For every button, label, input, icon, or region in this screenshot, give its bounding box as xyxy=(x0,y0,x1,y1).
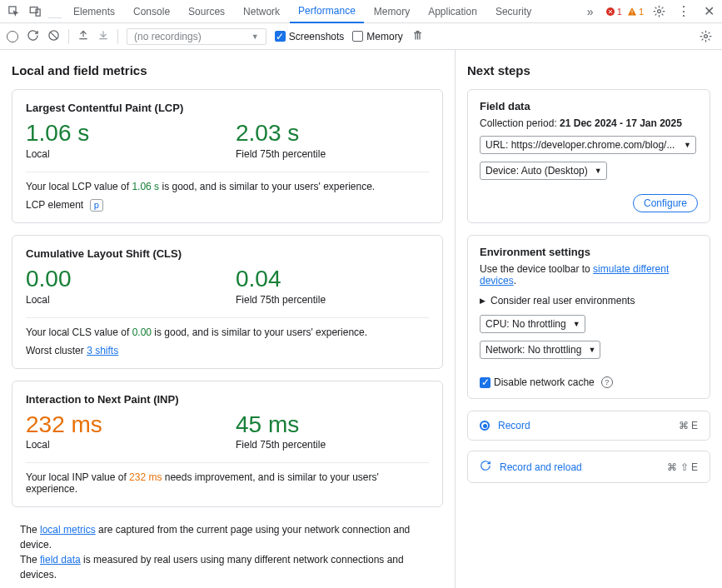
gc-icon[interactable] xyxy=(411,29,424,44)
inspect-icon[interactable] xyxy=(3,2,23,22)
cls-description: Your local CLS value of 0.00 is good, an… xyxy=(26,317,429,338)
cls-cluster-label: Worst cluster xyxy=(26,345,87,356)
url-select[interactable]: URL: https://developer.chrome.com/blog/.… xyxy=(480,136,696,154)
tab-application[interactable]: Application xyxy=(420,0,485,23)
download-icon[interactable] xyxy=(97,29,109,43)
memory-checkbox[interactable]: Memory xyxy=(352,31,402,42)
devtools-tabs: Elements Console Sources Network Perform… xyxy=(0,0,722,23)
svg-rect-5 xyxy=(631,13,632,14)
tab-security[interactable]: Security xyxy=(487,0,540,23)
environment-section: Environment settings Use the device tool… xyxy=(467,235,710,399)
svg-rect-10 xyxy=(415,33,416,40)
svg-rect-8 xyxy=(416,30,419,32)
svg-rect-12 xyxy=(419,33,420,40)
svg-rect-4 xyxy=(631,10,632,12)
reload-icon[interactable] xyxy=(27,29,39,44)
cls-cluster-row: Worst cluster 3 shifts xyxy=(26,345,429,356)
warning-badge[interactable]: 1 xyxy=(627,7,644,17)
panel-settings-icon[interactable] xyxy=(695,27,715,47)
performance-toolbar: (no recordings) ▼ ✓ Screenshots Memory xyxy=(0,23,722,50)
consider-environments-toggle[interactable]: ▶ Consider real user environments xyxy=(480,295,698,306)
tab-elements[interactable]: Elements xyxy=(65,0,123,23)
field-data-section: Field data Collection period: 21 Dec 202… xyxy=(467,89,710,223)
clear-icon[interactable] xyxy=(47,29,60,44)
record-reload-action[interactable]: Record and reload ⌘ ⇧ E xyxy=(467,451,710,483)
svg-rect-11 xyxy=(417,33,418,40)
lcp-field-value: 2.03 s xyxy=(236,121,429,147)
svg-point-6 xyxy=(657,10,660,13)
local-metrics-link[interactable]: local metrics xyxy=(40,524,96,536)
metrics-heading: Local and field metrics xyxy=(12,63,443,77)
environment-text: Use the device toolbar to simulate diffe… xyxy=(480,263,698,287)
cls-local-label: Local xyxy=(26,294,219,306)
main-content: Local and field metrics Largest Contentf… xyxy=(0,50,722,588)
record-reload-label: Record and reload xyxy=(500,461,659,473)
collection-period: Collection period: 21 Dec 2024 - 17 Jan … xyxy=(480,117,698,129)
record-reload-shortcut: ⌘ ⇧ E xyxy=(667,461,698,473)
cls-local-value: 0.00 xyxy=(26,267,219,292)
cls-field-value: 0.04 xyxy=(236,267,429,292)
metrics-column: Local and field metrics Largest Contentf… xyxy=(0,50,456,588)
tab-performance[interactable]: Performance xyxy=(290,0,364,23)
kebab-icon[interactable]: ⋮ xyxy=(674,2,694,22)
cls-card: Cumulative Layout Shift (CLS) 0.00 Local… xyxy=(12,235,443,369)
svg-point-13 xyxy=(704,35,707,38)
inp-local-label: Local xyxy=(26,439,219,451)
cpu-throttle-select[interactable]: CPU: No throttling▼ xyxy=(480,315,585,333)
lcp-title: Largest Contentful Paint (LCP) xyxy=(26,102,429,114)
recordings-select[interactable]: (no recordings) ▼ xyxy=(127,28,266,45)
device-select[interactable]: Device: Auto (Desktop)▼ xyxy=(480,162,607,180)
record-shortcut: ⌘ E xyxy=(679,420,698,431)
upload-icon[interactable] xyxy=(77,29,89,43)
device-toolbar-icon[interactable] xyxy=(25,2,45,22)
inp-description: Your local INP value of 232 ms needs imp… xyxy=(26,462,429,495)
tab-sources[interactable]: Sources xyxy=(180,0,233,23)
metrics-footer: The local metrics are captured from the … xyxy=(12,519,443,586)
inp-field-value: 45 ms xyxy=(236,412,429,438)
separator xyxy=(117,29,118,44)
tab-console[interactable]: Console xyxy=(125,0,178,23)
disable-cache-checkbox[interactable]: ✓ Disable network cache ? xyxy=(480,376,613,388)
lcp-local-value: 1.06 s xyxy=(26,121,219,147)
inp-card: Interaction to Next Paint (INP) 232 ms L… xyxy=(12,381,443,508)
lcp-description: Your local LCP value of 1.06 s is good, … xyxy=(26,172,429,192)
screenshots-label: Screenshots xyxy=(289,31,345,42)
record-dot-icon xyxy=(480,421,490,431)
environment-title: Environment settings xyxy=(480,246,698,258)
next-steps-heading: Next steps xyxy=(467,63,710,77)
lcp-element-badge[interactable]: p xyxy=(90,199,104,212)
field-data-title: Field data xyxy=(480,100,698,112)
warning-count: 1 xyxy=(639,7,644,17)
lcp-local-label: Local xyxy=(26,148,219,160)
memory-label: Memory xyxy=(366,31,402,42)
separator xyxy=(68,29,69,44)
lcp-card: Largest Contentful Paint (LCP) 1.06 s Lo… xyxy=(12,89,443,223)
inp-local-value: 232 ms xyxy=(26,412,219,438)
field-data-link[interactable]: field data xyxy=(40,554,81,566)
error-count: 1 xyxy=(617,7,622,17)
configure-button[interactable]: Configure xyxy=(633,194,698,212)
close-icon[interactable]: ✕ xyxy=(699,2,719,22)
error-badge[interactable]: 1 xyxy=(605,7,622,17)
separator xyxy=(48,5,62,18)
cls-shifts-link[interactable]: 3 shifts xyxy=(87,345,118,356)
tab-network[interactable]: Network xyxy=(235,0,288,23)
disable-cache-label: Disable network cache xyxy=(494,376,595,388)
inp-title: Interaction to Next Paint (INP) xyxy=(26,393,429,406)
inp-field-label: Field 75th percentile xyxy=(236,439,429,451)
screenshots-checkbox[interactable]: ✓ Screenshots xyxy=(275,31,345,42)
record-icon[interactable] xyxy=(7,31,18,42)
tab-memory[interactable]: Memory xyxy=(366,0,418,23)
next-steps-column: Next steps Field data Collection period:… xyxy=(456,50,722,588)
help-icon[interactable]: ? xyxy=(601,376,613,388)
more-tabs-icon[interactable]: » xyxy=(580,2,600,22)
lcp-element-label: LCP element xyxy=(26,199,83,211)
recordings-label: (no recordings) xyxy=(134,31,202,42)
network-throttle-select[interactable]: Network: No throttling▼ xyxy=(480,341,600,359)
lcp-field-label: Field 75th percentile xyxy=(236,148,429,160)
settings-icon[interactable] xyxy=(649,2,669,22)
record-label: Record xyxy=(498,420,670,431)
record-action[interactable]: Record ⌘ E xyxy=(467,411,710,441)
reload-action-icon xyxy=(480,460,491,474)
cls-title: Cumulative Layout Shift (CLS) xyxy=(26,247,429,260)
